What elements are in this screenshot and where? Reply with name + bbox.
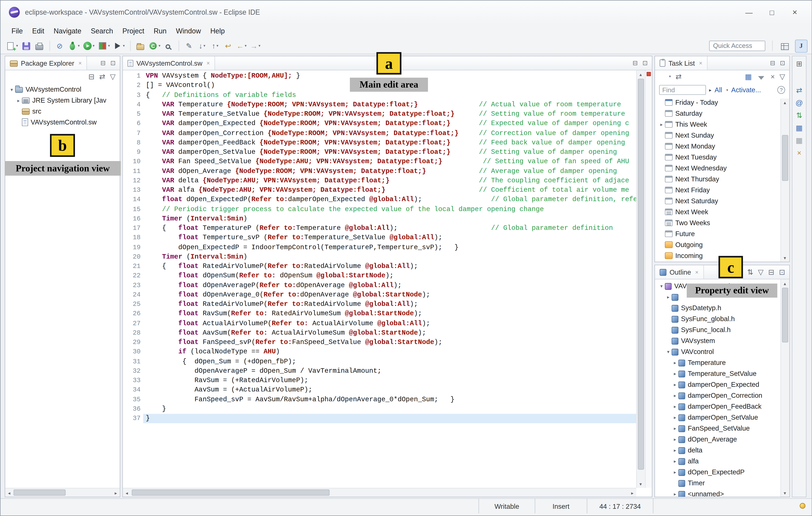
code-line[interactable]: 33 RavSum = (+RatedAirVolumeP);: [123, 376, 636, 385]
chevron-right-icon[interactable]: ▸: [15, 98, 22, 103]
tab-outline[interactable]: Outline ×: [655, 265, 704, 279]
collapse-all-button[interactable]: ⊟: [88, 73, 94, 80]
scrollbar-thumb[interactable]: [782, 135, 788, 181]
save-button[interactable]: [21, 39, 32, 52]
code-line[interactable]: 3{ // Definitions of variable fields: [123, 90, 636, 100]
chevron-right-icon[interactable]: ▸: [672, 458, 678, 464]
code-editor[interactable]: 1VPN VAVsystem { NodeType:[ROOM,AHU]; }2…: [123, 71, 636, 488]
code-line[interactable]: 37}: [123, 414, 636, 423]
scrollbar-thumb[interactable]: [638, 79, 644, 470]
chevron-right-icon[interactable]: ▸: [658, 122, 665, 127]
code-line[interactable]: 9 VAR damperOpen_SetValue {NodeType:ROOM…: [123, 147, 636, 157]
outline-item-sysdatetyp[interactable]: SysDatetyp.h: [655, 302, 789, 313]
code-line[interactable]: 16 Timer (Interval:5min): [123, 214, 636, 224]
categorized-button[interactable]: ▦: [745, 73, 752, 80]
outline-item-dopen-average[interactable]: ▸dOpen_Average: [655, 434, 789, 445]
outline-item-temperature-setvalue[interactable]: ▸Temperature_SetValue: [655, 368, 789, 379]
tree-item-src[interactable]: src: [5, 106, 120, 117]
menu-window[interactable]: Window: [171, 27, 206, 35]
fast-view-problems-button[interactable]: ▦: [796, 137, 803, 144]
scroll-down-icon[interactable]: ▾: [637, 480, 644, 488]
all-link[interactable]: All: [715, 86, 722, 94]
code-line[interactable]: 34 AavSum = (+ActualAirVolumeP);: [123, 385, 636, 395]
chevron-right-icon[interactable]: ▸: [672, 360, 678, 365]
task-list-item[interactable]: ▸This Week: [655, 119, 789, 130]
chevron-right-icon[interactable]: ▸: [672, 447, 678, 453]
fast-view-sync-button[interactable]: ⇄: [796, 87, 802, 94]
outline-item-vavcontrol[interactable]: ▾VAVcontrol: [655, 346, 789, 357]
next-annotation-button[interactable]: ↓▾: [196, 39, 208, 52]
package-explorer-hscrollbar[interactable]: ◂ ▸: [5, 488, 120, 497]
code-line[interactable]: 27 float ActualAirVolumeP(Refer to: Actu…: [123, 319, 636, 328]
fast-view-team-button[interactable]: @: [795, 99, 803, 106]
view-menu-button[interactable]: ▽: [110, 73, 116, 80]
code-line[interactable]: 11 VAR dOpen_Average {NodeType:ROOM; VPN…: [123, 166, 636, 176]
fast-view-bookmarks-button[interactable]: ×: [797, 149, 801, 156]
code-line[interactable]: 14 float dOpen_ExpectedP(Refer to:damper…: [123, 195, 636, 205]
new-class-button[interactable]: ▾: [148, 39, 162, 52]
task-list-item[interactable]: Two Weeks: [655, 217, 789, 228]
previous-annotation-button[interactable]: ↑▾: [209, 39, 221, 52]
code-line[interactable]: 10 VAR Fan Speed_SetValue {NodeType:AHU;…: [123, 157, 636, 166]
chevron-right-icon[interactable]: ▸: [672, 382, 678, 387]
chevron-right-icon[interactable]: ▸: [672, 491, 678, 496]
task-list-item[interactable]: Future: [655, 228, 789, 239]
task-list-item[interactable]: Next Wednesday: [655, 163, 789, 173]
chevron-down-icon[interactable]: ▾: [665, 349, 672, 354]
task-list-item[interactable]: Next Monday: [655, 141, 789, 152]
outline-item-sysfunc-global[interactable]: SysFunc_global.h: [655, 313, 789, 324]
maximize-button[interactable]: ⊡: [779, 268, 785, 276]
scroll-up-icon[interactable]: ▴: [781, 279, 789, 287]
task-list-vscrollbar[interactable]: ▴ ▾: [780, 99, 789, 262]
menu-edit[interactable]: Edit: [28, 27, 49, 35]
new-java-project-button[interactable]: [135, 39, 146, 52]
outline-item-timer[interactable]: Timer: [655, 478, 789, 488]
task-list-item[interactable]: Next Tuesday: [655, 152, 789, 163]
outline-item-alfa[interactable]: ▸alfa: [655, 456, 789, 466]
outline-item-damperopen-feedback[interactable]: ▸damperOpen_FeedBack: [655, 401, 789, 412]
maximize-panel-icon[interactable]: ⊡: [110, 59, 116, 66]
scrollbar-thumb[interactable]: [13, 489, 66, 496]
forward-button[interactable]: →▾: [249, 39, 261, 52]
notification-icon[interactable]: [800, 503, 805, 509]
scroll-up-icon[interactable]: ▴: [637, 71, 644, 78]
code-line[interactable]: 18 float Temperture_svP (Refer to:Temper…: [123, 233, 636, 243]
scroll-left-icon[interactable]: ◂: [123, 489, 130, 497]
code-line[interactable]: 26 float RavSum(Refer to: RatedAirVolume…: [123, 309, 636, 319]
task-list-item[interactable]: Next Week: [655, 207, 789, 217]
outline-item-unnamed[interactable]: ▸<unnamed>: [655, 488, 789, 497]
close-tab-icon[interactable]: ×: [79, 60, 82, 66]
close-tab-icon[interactable]: ×: [207, 60, 210, 66]
open-perspective-button[interactable]: [779, 39, 791, 52]
tab-package-explorer[interactable]: Package Explorer ×: [5, 56, 87, 70]
menu-project[interactable]: Project: [118, 27, 149, 35]
sort-button[interactable]: ⇅: [747, 268, 753, 276]
view-menu-button[interactable]: ▽: [758, 268, 763, 276]
menu-navigate[interactable]: Navigate: [49, 27, 86, 35]
code-line[interactable]: 4 VAR Temperature {NodeType:ROOM; VPN:VA…: [123, 100, 636, 109]
scrollbar-thumb[interactable]: [782, 288, 788, 343]
close-button[interactable]: ×: [783, 1, 806, 24]
code-line[interactable]: 35 FanSpeed_svP = AavSum/RavSum+alpha/dO…: [123, 395, 636, 404]
scroll-right-icon[interactable]: ▸: [112, 489, 120, 497]
new-task-button[interactable]: ▾: [659, 72, 671, 81]
tree-item-vavsystemcontrol-sw[interactable]: VAVsystemControl.sw: [5, 117, 120, 128]
fast-view-task-list-button[interactable]: [795, 73, 804, 81]
task-list-item[interactable]: Next Saturday: [655, 195, 789, 207]
task-list-item[interactable]: Next Sunday: [655, 130, 789, 141]
code-line[interactable]: 13 VAR alfa {NodeType:AHU; VPN:VAVsystem…: [123, 186, 636, 195]
tab-task-list[interactable]: Task List ×: [655, 56, 707, 70]
link-with-editor-button[interactable]: ⇄: [99, 73, 105, 80]
code-line[interactable]: 28 float AavSum(Refer to: ActualAirVolum…: [123, 328, 636, 338]
debug-button[interactable]: ▾: [67, 39, 81, 52]
tree-item-vavsystemcontrol[interactable]: ▾VAVsystemControl: [5, 84, 120, 95]
task-list-item[interactable]: Next Friday: [655, 185, 789, 195]
filter-button[interactable]: [757, 73, 766, 80]
outline-item-damperopen-setvalue[interactable]: ▸damperOpen_SetValue: [655, 412, 789, 423]
chevron-down-icon[interactable]: ▾: [658, 283, 665, 289]
code-line[interactable]: 20 Timer (Interval:5min): [123, 252, 636, 262]
code-line[interactable]: 17 { float TemperatureP (Refer to:Temper…: [123, 224, 636, 233]
code-line[interactable]: 22 float dOpenSum(Refer to: dOpenSum @gl…: [123, 271, 636, 281]
new-button[interactable]: ▾: [5, 39, 19, 52]
minimize-button[interactable]: —: [737, 1, 760, 24]
